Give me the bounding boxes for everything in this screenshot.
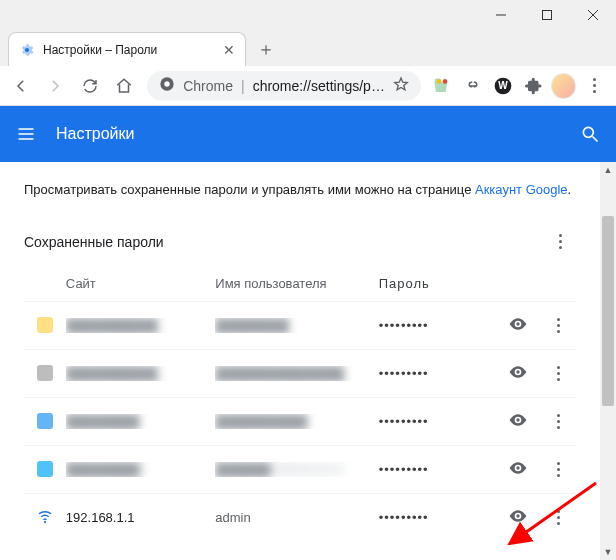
dots-vertical-icon: [586, 78, 604, 93]
dots-vertical-icon: [549, 366, 567, 381]
column-site: Сайт: [66, 276, 215, 291]
svg-point-7: [437, 79, 442, 84]
row-more-button[interactable]: [542, 309, 574, 341]
cell-user: ██████████: [215, 414, 378, 429]
page-title: Настройки: [56, 125, 560, 143]
cell-user: admin: [215, 510, 378, 525]
dots-vertical-icon: [549, 510, 567, 525]
svg-text:W: W: [498, 80, 508, 91]
extension-icon-1[interactable]: [429, 72, 456, 100]
forward-button[interactable]: [40, 70, 70, 102]
window-maximize-button[interactable]: [524, 0, 570, 30]
chrome-icon: [159, 76, 175, 95]
site-favicon: [37, 413, 53, 429]
show-password-button[interactable]: [508, 506, 528, 529]
cell-site: ██████████: [66, 366, 215, 381]
back-button[interactable]: [6, 70, 36, 102]
row-more-button[interactable]: [542, 501, 574, 533]
svg-point-14: [44, 520, 46, 522]
column-user: Имя пользователя: [215, 276, 378, 291]
scrollbar[interactable]: ▲ ▼: [600, 162, 616, 560]
scrollbar-thumb[interactable]: [602, 216, 614, 406]
svg-point-12: [583, 127, 593, 137]
wifi-icon: [36, 507, 54, 528]
tab-title: Настройки – Пароли: [43, 43, 215, 57]
reload-button[interactable]: [75, 70, 105, 102]
svg-rect-1: [543, 11, 552, 20]
row-more-button[interactable]: [542, 357, 574, 389]
bookmark-icon[interactable]: [393, 76, 409, 95]
table-row[interactable]: ██████████████•••••••••: [24, 445, 576, 493]
show-password-button[interactable]: [508, 314, 528, 337]
cell-password: •••••••••: [379, 414, 497, 429]
settings-appbar: Настройки: [0, 106, 616, 162]
dots-vertical-icon: [549, 462, 567, 477]
svg-rect-9: [470, 85, 476, 87]
cell-user: ██████████████: [215, 366, 378, 381]
svg-line-13: [593, 137, 598, 142]
cell-site: 192.168.1.1: [66, 510, 215, 525]
cell-site: ██████████: [66, 318, 215, 333]
omnibox-label: Chrome: [183, 78, 233, 94]
cell-password: •••••••••: [379, 510, 497, 525]
section-more-button[interactable]: [544, 226, 576, 258]
show-password-button[interactable]: [508, 458, 528, 481]
extension-icon-2[interactable]: [459, 72, 486, 100]
profile-avatar[interactable]: [551, 73, 576, 99]
row-more-button[interactable]: [542, 405, 574, 437]
table-row[interactable]: ██████████████████•••••••••: [24, 301, 576, 349]
table-row[interactable]: ████████████████████████•••••••••: [24, 349, 576, 397]
site-favicon: [37, 365, 53, 381]
site-favicon: [37, 317, 53, 333]
tab-strip: Настройки – Пароли ✕ ＋: [0, 30, 616, 66]
cell-password: •••••••••: [379, 462, 497, 477]
window-titlebar: [0, 0, 616, 30]
section-title: Сохраненные пароли: [24, 234, 164, 250]
show-password-button[interactable]: [508, 410, 528, 433]
intro-text: Просматривать сохраненные пароли и управ…: [24, 180, 576, 200]
dots-vertical-icon: [549, 414, 567, 429]
google-account-link[interactable]: Аккаунт Google: [475, 182, 568, 197]
cell-site: ████████: [66, 414, 215, 429]
search-button[interactable]: [578, 124, 602, 144]
svg-point-6: [165, 81, 170, 86]
cell-user: ████████: [215, 318, 378, 333]
menu-button[interactable]: [14, 124, 38, 144]
row-more-button[interactable]: [542, 453, 574, 485]
scroll-down-icon[interactable]: ▼: [600, 544, 616, 560]
gear-icon: [19, 42, 35, 58]
svg-point-8: [443, 79, 448, 84]
cell-password: •••••••••: [379, 318, 497, 333]
window-close-button[interactable]: [570, 0, 616, 30]
show-password-button[interactable]: [508, 362, 528, 385]
table-row[interactable]: 192.168.1.1admin•••••••••: [24, 493, 576, 541]
table-row[interactable]: ██████████████████•••••••••: [24, 397, 576, 445]
cell-user: ██████: [215, 462, 378, 477]
scroll-up-icon[interactable]: ▲: [600, 162, 616, 178]
extensions-button[interactable]: [520, 72, 547, 100]
window-minimize-button[interactable]: [478, 0, 524, 30]
cell-password: •••••••••: [379, 366, 497, 381]
site-favicon: [37, 461, 53, 477]
browser-toolbar: Chrome | chrome://settings/p… W: [0, 66, 616, 106]
address-bar[interactable]: Chrome | chrome://settings/p…: [147, 71, 421, 101]
browser-menu-button[interactable]: [580, 70, 610, 102]
browser-tab[interactable]: Настройки – Пароли ✕: [8, 32, 246, 66]
home-button[interactable]: [109, 70, 139, 102]
close-icon[interactable]: ✕: [223, 42, 235, 58]
dots-vertical-icon: [551, 234, 569, 249]
omnibox-url: chrome://settings/p…: [253, 78, 385, 94]
table-header: Сайт Имя пользователя Пароль: [24, 266, 576, 301]
settings-content: Просматривать сохраненные пароли и управ…: [0, 162, 616, 560]
new-tab-button[interactable]: ＋: [252, 35, 280, 63]
column-pass: Пароль: [379, 276, 497, 291]
extension-icon-3[interactable]: W: [490, 72, 517, 100]
cell-site: ████████: [66, 462, 215, 477]
dots-vertical-icon: [549, 318, 567, 333]
